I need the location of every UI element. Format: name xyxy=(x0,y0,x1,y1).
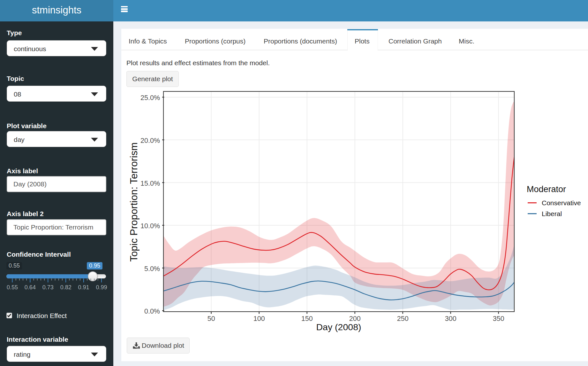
svg-text:50: 50 xyxy=(207,315,215,323)
svg-text:Topic Proportion: Terrorism: Topic Proportion: Terrorism xyxy=(128,142,139,261)
svg-text:Liberal: Liberal xyxy=(542,210,562,217)
svg-text:5.0%: 5.0% xyxy=(144,265,160,273)
svg-text:150: 150 xyxy=(301,315,313,323)
svg-text:Moderator: Moderator xyxy=(527,184,566,194)
svg-text:100: 100 xyxy=(253,315,265,323)
svg-text:250: 250 xyxy=(397,315,409,323)
svg-text:15.0%: 15.0% xyxy=(140,180,160,187)
svg-text:10.0%: 10.0% xyxy=(140,222,160,230)
svg-text:Conservative: Conservative xyxy=(542,199,581,206)
svg-text:300: 300 xyxy=(445,315,456,323)
svg-text:350: 350 xyxy=(493,315,504,323)
svg-text:200: 200 xyxy=(349,315,361,323)
svg-text:20.0%: 20.0% xyxy=(140,137,160,144)
svg-text:25.0%: 25.0% xyxy=(140,94,160,102)
svg-text:Day (2008): Day (2008) xyxy=(316,322,361,332)
svg-text:0.0%: 0.0% xyxy=(144,308,160,315)
